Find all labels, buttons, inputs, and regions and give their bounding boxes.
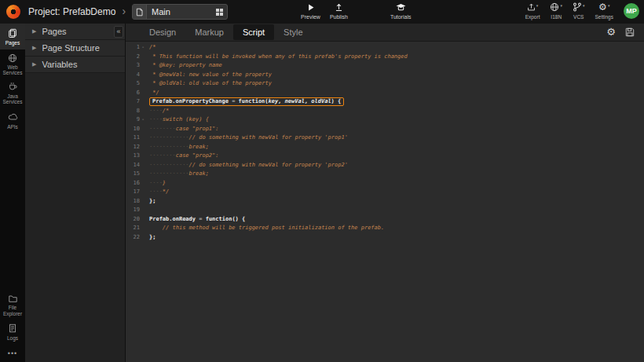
- line-number: 3: [126, 61, 140, 71]
- code-line[interactable]: 13········case "prop2":: [126, 152, 644, 161]
- panel-section-page-structure[interactable]: ▶ Page Structure: [25, 40, 125, 57]
- rail-item-java-services[interactable]: Java Services: [0, 79, 25, 108]
- gutter: 4: [126, 71, 146, 80]
- fold-marker-icon: [140, 188, 146, 197]
- gutter: 15: [126, 170, 146, 179]
- code-line[interactable]: 21 // this method will be triggered post…: [126, 224, 644, 233]
- editor-tabbar: Design Markup Script Style ⚙: [126, 24, 644, 42]
- collapse-panel-button[interactable]: «: [114, 26, 123, 38]
- line-number: 18: [126, 197, 140, 207]
- gutter: 9-: [126, 115, 146, 125]
- tab-script[interactable]: Script: [233, 24, 274, 40]
- code-editor[interactable]: 1-/*2 * This function will be invoked wh…: [126, 42, 644, 362]
- wavemaker-logo-icon[interactable]: [6, 5, 20, 19]
- rail-item-label: Logs: [1, 335, 24, 341]
- fold-marker-icon: [140, 179, 146, 188]
- fold-marker-icon: [140, 71, 146, 80]
- preview-button[interactable]: Preview: [301, 2, 320, 20]
- fold-marker-icon: [140, 125, 146, 134]
- rail-item-pages[interactable]: Pages: [0, 24, 25, 49]
- code-line[interactable]: 14············// do something with newVa…: [126, 161, 644, 170]
- gutter: 5: [126, 79, 146, 89]
- code-line[interactable]: 7Prefab.onPropertyChange = function(key,…: [126, 97, 644, 107]
- code-line[interactable]: 12············break;: [126, 143, 644, 152]
- gutter: 19: [126, 206, 146, 215]
- code-line[interactable]: 3 * @key: property name: [126, 61, 644, 71]
- rail-item-label: File Explorer: [1, 305, 24, 316]
- save-button[interactable]: [625, 27, 635, 37]
- expand-arrow-icon: ▶: [32, 28, 36, 35]
- code-content: ············// do something with newVal …: [149, 133, 348, 143]
- line-number: 21: [126, 224, 140, 233]
- page-selector[interactable]: Main: [132, 4, 228, 20]
- tutorials-button[interactable]: Tutorials: [390, 2, 412, 20]
- fold-marker-icon: [140, 161, 146, 170]
- rail-item-file-explorer[interactable]: File Explorer: [0, 290, 25, 319]
- line-number: 20: [126, 215, 140, 225]
- panel-section-variables[interactable]: ▶ Variables: [25, 57, 125, 73]
- gear-icon: ⚙: [606, 27, 616, 37]
- tab-style[interactable]: Style: [274, 24, 312, 40]
- code-content: /*: [149, 43, 156, 53]
- code-line[interactable]: 22};: [126, 233, 644, 243]
- gutter: 12: [126, 143, 146, 152]
- left-rail: Pages Web Services Java Services APIs: [0, 24, 25, 362]
- line-number: 7: [126, 97, 140, 107]
- gutter: 8: [126, 107, 146, 116]
- gutter: 21: [126, 224, 146, 233]
- code-line[interactable]: 19: [126, 206, 644, 215]
- rail-item-apis[interactable]: APIs: [0, 108, 25, 133]
- fold-marker-icon: [140, 233, 146, 243]
- fold-marker-icon[interactable]: -: [140, 115, 146, 125]
- code-line[interactable]: 11············// do something with newVa…: [126, 133, 644, 143]
- code-line[interactable]: 4 * @newVal: new value of the property: [126, 71, 644, 80]
- code-line[interactable]: 1-/*: [126, 43, 644, 53]
- i18n-button[interactable]: ▾ I18N: [550, 2, 562, 20]
- tab-markup[interactable]: Markup: [185, 24, 233, 40]
- code-line[interactable]: 10········case "prop1":: [126, 125, 644, 134]
- code-line[interactable]: 18};: [126, 197, 644, 207]
- panel-section-pages[interactable]: ▶ Pages: [25, 24, 125, 40]
- fold-marker-icon: [140, 53, 146, 62]
- settings-button[interactable]: ⚙▾ Settings: [595, 2, 614, 20]
- folder-icon: [8, 293, 18, 303]
- code-content: ····*/: [149, 188, 169, 197]
- publish-button[interactable]: Publish: [330, 2, 348, 20]
- code-line[interactable]: 16····}: [126, 179, 644, 188]
- code-content: ············// do something with newVal …: [149, 161, 348, 170]
- line-number: 11: [126, 133, 140, 143]
- code-line[interactable]: 8····/*: [126, 107, 644, 116]
- code-line[interactable]: 15············break;: [126, 170, 644, 179]
- coffee-cup-icon: [8, 82, 18, 92]
- more-options-button[interactable]: •••: [0, 345, 25, 362]
- tab-design[interactable]: Design: [140, 24, 185, 40]
- line-number: 12: [126, 143, 140, 152]
- code-content: * @key: property name: [149, 61, 222, 71]
- page-icon: [133, 5, 147, 19]
- code-line[interactable]: 5 * @oldVal: old value of the property: [126, 79, 644, 89]
- gutter: 13: [126, 152, 146, 161]
- code-line[interactable]: 2 * This function will be invoked when a…: [126, 53, 644, 62]
- rail-item-web-services[interactable]: Web Services: [0, 49, 25, 79]
- user-avatar[interactable]: MP: [624, 3, 639, 19]
- rail-item-logs[interactable]: Logs: [0, 319, 25, 345]
- fold-marker-icon[interactable]: -: [140, 43, 146, 53]
- highlighted-code-content: Prefab.onPropertyChange = function(key, …: [149, 97, 344, 106]
- export-button[interactable]: ▾ Export: [525, 2, 540, 20]
- line-number: 5: [126, 79, 140, 89]
- grid-icon[interactable]: [216, 9, 223, 16]
- gutter: 11: [126, 133, 146, 143]
- code-content: ············break;: [149, 170, 209, 179]
- line-number: 8: [126, 107, 140, 116]
- code-line[interactable]: 17····*/: [126, 188, 644, 197]
- fold-marker-icon: [140, 170, 146, 179]
- code-line[interactable]: 20Prefab.onReady = function() {: [126, 215, 644, 225]
- caret-down-icon: ▾: [560, 3, 562, 8]
- code-line[interactable]: 9-····switch (key) {: [126, 115, 644, 125]
- line-number: 10: [126, 125, 140, 134]
- gutter: 7: [126, 97, 146, 107]
- vcs-button[interactable]: ▾ VCS: [573, 2, 585, 20]
- editor-settings-button[interactable]: ⚙: [606, 27, 616, 37]
- panel-section-label: Pages: [42, 27, 66, 36]
- code-line[interactable]: 6 */: [126, 89, 644, 98]
